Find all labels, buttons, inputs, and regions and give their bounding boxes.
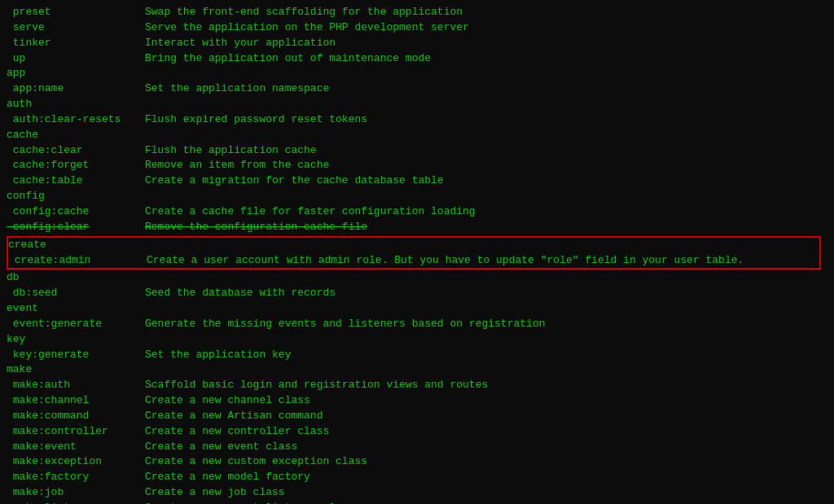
desc-cache-clear: Flush the application cache [145, 143, 317, 159]
line-make-listener: make:listenerCreate a new event listener… [7, 501, 827, 504]
header-config: config [7, 189, 45, 204]
line-make-command: make:commandCreate a new Artisan command [7, 409, 827, 424]
desc-make-controller: Create a new controller class [145, 424, 329, 440]
line-appname: app:nameSet the application namespace [7, 81, 827, 97]
line-make-job: make:jobCreate a new job class [7, 485, 827, 501]
cmd-key-generate: key:generate [7, 348, 145, 363]
cmd-cache-table: cache:table [7, 173, 145, 189]
desc-appname: Set the application namespace [145, 81, 329, 97]
cmd-make-job: make:job [7, 485, 145, 501]
cmd-make-channel: make:channel [7, 393, 145, 409]
cmd-tinker: tinker [7, 36, 145, 51]
desc-make-factory: Create a new model factory [145, 470, 310, 485]
line-make-event: make:eventCreate a new event class [7, 440, 827, 455]
line-header-auth: auth [7, 97, 827, 112]
cmd-auth-clear-resets: auth:clear-resets [7, 112, 145, 128]
header-db: db [7, 270, 20, 286]
desc-config-cache: Create a cache file for faster configura… [145, 204, 476, 220]
desc-serve: Serve the application on the PHP develop… [145, 20, 469, 36]
line-make-factory: make:factoryCreate a new model factory [7, 470, 827, 485]
cmd-serve: serve [7, 20, 145, 36]
line-header-db: db [7, 270, 827, 286]
desc-preset: Swap the front-end scaffolding for the a… [145, 5, 463, 20]
cmd-cache-clear: cache:clear [7, 143, 145, 159]
line-create-admin: create:adminCreate a user account with a… [8, 253, 819, 269]
header-cache: cache [7, 128, 38, 143]
cmd-create-admin: create:admin [8, 253, 147, 269]
line-header-app: app [7, 66, 827, 81]
desc-key-generate: Set the application key [145, 348, 291, 363]
desc-create-admin: Create a user account with admin role. B… [147, 253, 744, 269]
desc-auth-clear-resets: Flush expired password reset tokens [145, 112, 367, 128]
desc-config-clear: Remove the configuration cache file [145, 220, 367, 235]
line-auth-clear-resets: auth:clear-resetsFlush expired password … [7, 112, 827, 128]
desc-cache-table: Create a migration for the cache databas… [145, 173, 444, 189]
desc-make-auth: Scaffold basic login and registration vi… [145, 378, 488, 393]
cmd-make-listener: make:listener [7, 501, 145, 504]
cmd-make-exception: make:exception [7, 454, 145, 470]
line-cache-clear: cache:clearFlush the application cache [7, 143, 827, 159]
line-cache-table: cache:tableCreate a migration for the ca… [7, 173, 827, 189]
desc-tinker: Interact with your application [145, 36, 336, 51]
desc-up: Bring the application out of maintenance… [145, 51, 431, 67]
line-tinker: tinkerInteract with your application [7, 36, 827, 51]
cmd-preset: preset [7, 5, 145, 20]
desc-make-channel: Create a new channel class [145, 393, 310, 409]
create-block: create create:adminCreate a user account… [7, 236, 821, 270]
line-config-clear: config:clearRemove the configuration cac… [7, 220, 827, 235]
desc-make-event: Create a new event class [145, 440, 297, 455]
cmd-make-controller: make:controller [7, 424, 145, 440]
cmd-db-seed: db:seed [7, 286, 145, 301]
header-event: event [7, 301, 38, 317]
line-header-key: key [7, 332, 827, 348]
line-header-event: event [7, 301, 827, 317]
header-app: app [7, 66, 25, 81]
cmd-make-auth: make:auth [7, 378, 145, 393]
line-key-generate: key:generateSet the application key [7, 348, 827, 363]
header-make: make [7, 362, 32, 378]
desc-make-command: Create a new Artisan command [145, 409, 323, 424]
cmd-make-command: make:command [7, 409, 145, 424]
line-up: upBring the application out of maintenan… [7, 51, 827, 67]
header-key: key [7, 332, 25, 348]
cmd-config-clear: config:clear [7, 220, 145, 235]
line-header-make: make [7, 362, 827, 378]
cmd-cache-forget: cache:forget [7, 158, 145, 173]
header-create: create [8, 238, 46, 253]
terminal: presetSwap the front-end scaffolding for… [0, 0, 834, 504]
desc-db-seed: Seed the database with records [145, 286, 336, 301]
cmd-make-event: make:event [7, 440, 145, 455]
line-header-config: config [7, 189, 827, 204]
line-event-generate: event:generateGenerate the missing event… [7, 317, 827, 332]
cmd-event-generate: event:generate [7, 317, 145, 332]
line-header-cache: cache [7, 128, 827, 143]
desc-event-generate: Generate the missing events and listener… [145, 317, 545, 332]
cmd-appname: app:name [7, 81, 145, 97]
header-auth: auth [7, 97, 32, 112]
line-make-controller: make:controllerCreate a new controller c… [7, 424, 827, 440]
desc-cache-forget: Remove an item from the cache [145, 158, 329, 173]
line-header-create: create [8, 238, 819, 253]
cmd-up: up [7, 51, 145, 67]
desc-make-listener: Create a new event listener class [145, 501, 354, 504]
line-cache-forget: cache:forgetRemove an item from the cach… [7, 158, 827, 173]
line-preset: presetSwap the front-end scaffolding for… [7, 5, 827, 20]
line-config-cache: config:cacheCreate a cache file for fast… [7, 204, 827, 220]
line-make-auth: make:authScaffold basic login and regist… [7, 378, 827, 393]
desc-make-exception: Create a new custom exception class [145, 454, 367, 470]
cmd-make-factory: make:factory [7, 470, 145, 485]
line-make-exception: make:exceptionCreate a new custom except… [7, 454, 827, 470]
desc-make-job: Create a new job class [145, 485, 285, 501]
cmd-config-cache: config:cache [7, 204, 145, 220]
line-make-channel: make:channelCreate a new channel class [7, 393, 827, 409]
line-serve: serveServe the application on the PHP de… [7, 20, 827, 36]
line-db-seed: db:seedSeed the database with records [7, 286, 827, 301]
